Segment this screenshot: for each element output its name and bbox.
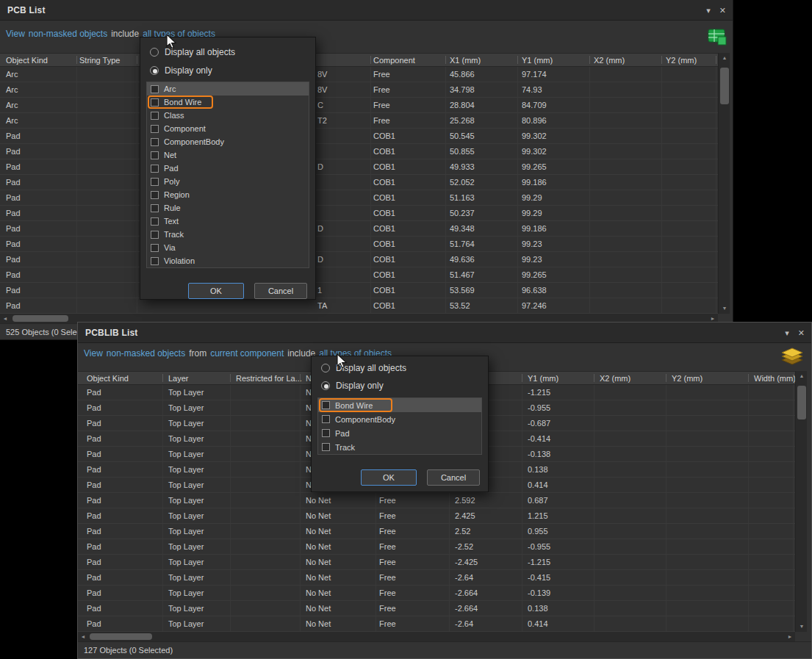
checkbox-icon[interactable] xyxy=(322,429,330,437)
scroll-left-icon[interactable]: ◄ xyxy=(0,314,10,323)
column-header-y1-mm[interactable]: Y1 (mm) xyxy=(522,56,553,65)
object-type-item-via[interactable]: Via xyxy=(147,241,309,254)
filter-link-non-masked-objects[interactable]: non-masked objects xyxy=(29,29,107,39)
scroll-down-icon[interactable]: ▼ xyxy=(796,622,808,632)
table-row[interactable]: PadTop LayerNo NetFree-2.64-0.415 xyxy=(78,570,795,586)
scrollbar-thumb[interactable] xyxy=(12,315,68,322)
table-row[interactable]: Pad1COB153.56996.638 xyxy=(0,283,718,298)
radio-display-all-objects[interactable]: Display all objects xyxy=(321,362,406,374)
checkbox-icon[interactable] xyxy=(151,178,159,186)
scroll-up-icon[interactable]: ▲ xyxy=(719,53,730,63)
horizontal-scrollbar[interactable]: ◄ ► xyxy=(78,632,795,641)
object-type-item-bond-wire[interactable]: Bond Wire xyxy=(147,96,309,109)
table-row[interactable]: PadCOB151.46799.265 xyxy=(0,267,718,283)
filter-link-view[interactable]: View xyxy=(84,348,103,359)
object-type-item-region[interactable]: Region xyxy=(147,188,309,201)
scroll-up-icon[interactable]: ▲ xyxy=(796,371,808,381)
object-type-item-componentbody[interactable]: ComponentBody xyxy=(147,135,309,148)
checkbox-icon[interactable] xyxy=(151,112,159,120)
column-header-object-kind[interactable]: Object Kind xyxy=(87,374,129,383)
table-row[interactable]: Arc8VFree34.79874.93 xyxy=(0,82,718,98)
column-header-width-mm[interactable]: Width (mm) xyxy=(754,374,796,383)
checkbox-icon[interactable] xyxy=(151,257,159,265)
checkbox-icon[interactable] xyxy=(322,401,330,409)
checkbox-icon[interactable] xyxy=(151,204,159,212)
object-type-item-arc[interactable]: Arc xyxy=(147,82,309,96)
panel-menu-icon[interactable]: ▾ xyxy=(785,328,789,338)
table-row[interactable]: PadTop LayerNo NetFree-2.425-1.215 xyxy=(78,555,795,570)
checkbox-icon[interactable] xyxy=(151,217,159,226)
column-header-restricted-for-la[interactable]: Restricted for La... xyxy=(236,374,302,383)
column-header-x2-mm[interactable]: X2 (mm) xyxy=(600,374,630,383)
cancel-button[interactable]: Cancel xyxy=(254,283,307,299)
vertical-scrollbar[interactable]: ▲ ▼ xyxy=(795,371,807,632)
object-type-item-net[interactable]: Net xyxy=(147,148,309,162)
filter-link-view[interactable]: View xyxy=(6,29,25,39)
checkbox-icon[interactable] xyxy=(151,231,159,239)
table-row[interactable]: PadTop LayerNo NetFree-2.640.414 xyxy=(78,616,795,632)
table-row[interactable]: PadCOB152.05299.186 xyxy=(0,175,718,190)
object-type-item-pad[interactable]: Pad xyxy=(147,162,309,175)
object-type-item-track[interactable]: Track xyxy=(147,228,309,241)
object-type-item-componentbody[interactable]: ComponentBody xyxy=(318,412,481,426)
object-type-item-violation[interactable]: Violation xyxy=(147,254,309,267)
object-type-item-class[interactable]: Class xyxy=(147,109,309,122)
scroll-down-icon[interactable]: ▼ xyxy=(719,303,730,314)
table-row[interactable]: PadCOB151.16399.29 xyxy=(0,190,718,206)
scrollbar-thumb[interactable] xyxy=(720,68,729,104)
checkbox-icon[interactable] xyxy=(151,191,159,199)
column-header-y2-mm[interactable]: Y2 (mm) xyxy=(666,56,697,65)
object-type-item-pad[interactable]: Pad xyxy=(318,426,481,440)
checkbox-icon[interactable] xyxy=(151,98,159,107)
column-header-y1-mm[interactable]: Y1 (mm) xyxy=(528,374,558,383)
table-row[interactable]: PadTop LayerNo NetFree2.4251.215 xyxy=(78,508,795,524)
table-row[interactable]: PadCOB150.54599.302 xyxy=(0,129,718,144)
scrollbar-thumb[interactable] xyxy=(90,633,152,640)
column-header-x2-mm[interactable]: X2 (mm) xyxy=(594,56,625,65)
table-row[interactable]: PadTop LayerNo NetFree2.5920.687 xyxy=(78,493,795,508)
column-header-x1-mm[interactable]: X1 (mm) xyxy=(450,56,481,65)
table-row[interactable]: ArcT2Free25.26880.896 xyxy=(0,113,718,129)
checkbox-icon[interactable] xyxy=(322,415,330,423)
radio-display-only[interactable]: Display only xyxy=(150,65,212,76)
object-type-item-track[interactable]: Track xyxy=(318,440,481,454)
panel-menu-icon[interactable]: ▾ xyxy=(706,5,711,15)
object-type-item-rule[interactable]: Rule xyxy=(147,201,309,215)
vertical-scrollbar[interactable]: ▲ ▼ xyxy=(718,53,730,314)
object-type-item-text[interactable]: Text xyxy=(147,215,309,228)
object-type-item-bond-wire[interactable]: Bond Wire xyxy=(318,398,481,412)
table-row[interactable]: PadDCOB149.34899.186 xyxy=(0,221,718,237)
column-header-string-type[interactable]: String Type xyxy=(79,56,120,65)
table-row[interactable]: ArcCFree28.80484.709 xyxy=(0,98,718,113)
close-icon[interactable]: ✕ xyxy=(719,5,726,15)
column-header-object-kind[interactable]: Object Kind xyxy=(6,56,48,65)
scrollbar-thumb[interactable] xyxy=(797,386,806,419)
column-header-component[interactable]: Component xyxy=(373,56,415,65)
checkbox-icon[interactable] xyxy=(151,165,159,173)
table-row[interactable]: PadTop LayerNo NetFree-2.6640.138 xyxy=(78,601,795,616)
checkbox-icon[interactable] xyxy=(322,443,330,451)
table-row[interactable]: PadTop LayerNo NetFree-2.52-0.955 xyxy=(78,539,795,555)
ok-button[interactable]: OK xyxy=(188,283,244,299)
table-row[interactable]: PadCOB151.76499.23 xyxy=(0,237,718,252)
column-header-layer[interactable]: Layer xyxy=(168,374,189,383)
checkbox-icon[interactable] xyxy=(151,125,159,133)
close-icon[interactable]: ✕ xyxy=(798,328,805,338)
cancel-button[interactable]: Cancel xyxy=(427,469,480,486)
checkbox-icon[interactable] xyxy=(151,244,159,252)
table-row[interactable]: PadCOB150.85599.302 xyxy=(0,144,718,159)
scroll-left-icon[interactable]: ◄ xyxy=(78,632,88,641)
scroll-right-icon[interactable]: ► xyxy=(785,632,795,641)
checkbox-icon[interactable] xyxy=(151,138,159,146)
ok-button[interactable]: OK xyxy=(361,469,417,486)
object-type-item-poly[interactable]: Poly xyxy=(147,175,309,188)
filter-link-current-component[interactable]: current component xyxy=(210,348,284,359)
radio-display-all-objects[interactable]: Display all objects xyxy=(150,46,235,58)
table-row[interactable]: Arc8VFree45.86697.174 xyxy=(0,67,718,82)
table-row[interactable]: PadTop LayerNo NetFree2.520.955 xyxy=(78,524,795,539)
table-row[interactable]: PadCOB150.23799.29 xyxy=(0,206,718,221)
column-header-y2-mm[interactable]: Y2 (mm) xyxy=(672,374,703,383)
object-type-item-component[interactable]: Component xyxy=(147,122,309,135)
checkbox-icon[interactable] xyxy=(151,151,159,159)
table-row[interactable]: PadTACOB153.5297.246 xyxy=(0,298,718,314)
